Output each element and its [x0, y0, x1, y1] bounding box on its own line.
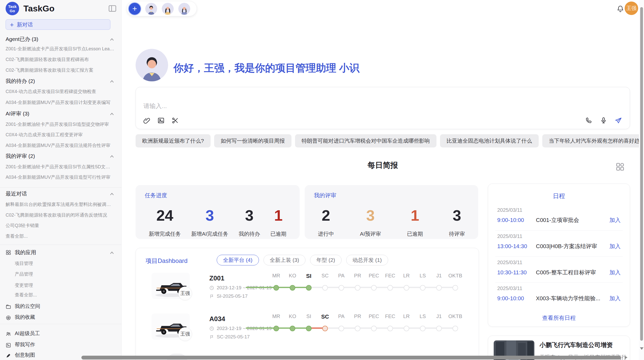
- sidebar-item[interactable]: C0X4-动力总成开发项目SI里程碑提交物检查: [6, 87, 116, 96]
- suggestion-chip[interactable]: 当下年轻人对汽车外观有怎样的喜好趋势: [542, 134, 644, 147]
- logo-line1: Task: [8, 4, 17, 9]
- milestone-track: MR KO SI SC PA PR PEC FEC LR LS J1 OKTB: [268, 273, 469, 293]
- section-header-agent-done[interactable]: Agent已办 (3): [6, 35, 116, 43]
- sidebar-item[interactable]: Z001-全新燃油皮卡产品开发项目SI节点Lesson Learn报告: [6, 44, 116, 53]
- section-title: Agent已办 (3): [6, 36, 38, 42]
- section-header-my-review[interactable]: 我的评审 (2): [6, 152, 116, 160]
- view-all-chats[interactable]: 查看全部...: [6, 232, 116, 241]
- sidebar-item[interactable]: C0X4-动力总成开发项目工程变更评审: [6, 130, 116, 139]
- chevron-up-icon: [109, 111, 114, 116]
- sidebar-item[interactable]: A034-全新新能源MUV产品开发项目法规符合性评审: [6, 141, 116, 150]
- layout-grid-icon[interactable]: [616, 162, 625, 171]
- section-header-ai-review[interactable]: AI评审 (3): [6, 110, 116, 117]
- stat-value: 3: [239, 208, 260, 223]
- milestone-dot-overdue: [322, 326, 328, 331]
- user-avatar[interactable]: 王强: [625, 2, 638, 15]
- daily-briefing-title: 每日简报: [136, 160, 630, 171]
- milestone-label: LR: [403, 273, 410, 279]
- sidebar-item-favorites[interactable]: 我的收藏: [6, 312, 116, 322]
- flag-icon: [209, 335, 214, 339]
- join-link[interactable]: 加入: [609, 243, 621, 250]
- milestone-dot: [404, 326, 409, 331]
- tab-new-platform[interactable]: 全新平台 (4): [217, 255, 259, 265]
- send-icon[interactable]: [614, 117, 622, 124]
- milestone-label: MR: [272, 313, 280, 320]
- suggestion-chip[interactable]: 欧洲新规最近颁布了什么?: [136, 134, 211, 147]
- app-window: Task Go TaskGo + 新对话 Agent已办 (3) Z001-全新…: [0, 0, 644, 360]
- section-header-my-todo[interactable]: 我的待办 (2): [6, 77, 116, 85]
- sidebar-item-ai-super-staff[interactable]: AI超级员工: [6, 329, 116, 338]
- add-agent-button[interactable]: +: [129, 3, 141, 15]
- horizontal-scrollbar-thumb[interactable]: [81, 356, 621, 359]
- sidebar-item-label: 我的云空间: [15, 302, 40, 311]
- scissors-icon[interactable]: [171, 117, 179, 124]
- stat-label: AI预评审: [360, 230, 381, 237]
- sidebar-item[interactable]: C02-飞腾新能源轻客改款项目的闭环通告反馈情况: [6, 211, 116, 220]
- milestone-cells: MR KO SI SC PA PR PEC FEC LR LS J1 OKTB: [268, 273, 463, 291]
- join-link[interactable]: 加入: [609, 216, 621, 224]
- schedule-item: 9:00-10:00 C001-立项审批会 加入: [497, 216, 621, 224]
- sidebar-item-label: 我的收藏: [15, 312, 35, 322]
- new-chat-button[interactable]: + 新对话: [6, 19, 110, 30]
- attachment-icon[interactable]: [143, 117, 151, 124]
- view-all-schedule-link[interactable]: 查看所有日程: [488, 314, 630, 322]
- divider: [0, 245, 122, 245]
- scroll-right-arrow-icon[interactable]: [625, 356, 627, 359]
- schedule-title: 日程: [488, 192, 630, 200]
- tab-year-model[interactable]: 年型 (2): [310, 255, 342, 265]
- stat-label: 已逾期: [270, 230, 286, 237]
- vertical-scrollbar-thumb[interactable]: [640, 7, 643, 341]
- project-owner-badge: 王强: [178, 287, 192, 300]
- milestone: LR: [398, 313, 415, 331]
- stat-value: 3: [191, 208, 228, 223]
- agent-avatar-1[interactable]: [145, 3, 157, 15]
- image-icon[interactable]: [157, 117, 165, 124]
- card-title: 我的评审: [314, 192, 336, 199]
- sidebar-item-cloud-space[interactable]: 我的云空间: [6, 302, 116, 311]
- section-header-my-apps[interactable]: 我的应用: [6, 249, 116, 256]
- sidebar-item[interactable]: A034-全新新能源MUV产品开发项目计划变更表编写: [6, 98, 116, 107]
- divider: [0, 324, 122, 324]
- phone-call-icon[interactable]: [585, 117, 593, 124]
- tab-powertrain[interactable]: 动总开发 (1): [346, 255, 388, 265]
- app-item-project-mgmt[interactable]: 项目管理: [15, 259, 116, 268]
- view-all-apps[interactable]: 查看全部...: [15, 290, 116, 299]
- milestone-label-current: SC: [321, 313, 329, 320]
- suggestion-chip[interactable]: 如何写一份清晰的项目周报: [214, 134, 291, 147]
- milestone-dot: [452, 326, 458, 331]
- schedule-item: 9:00-10:00 X003-车辆动力学性能验... 加入: [497, 295, 621, 302]
- sidebar-item[interactable]: 公司Q3轻卡销量: [6, 221, 116, 230]
- dashboard-tabs: 全新平台 (4) 全新上装 (3) 年型 (2) 动总开发 (1): [217, 255, 388, 265]
- join-link[interactable]: 加入: [609, 269, 621, 276]
- milestone-label: PEC: [369, 313, 379, 320]
- milestone: FEC: [382, 313, 398, 331]
- sidebar-item[interactable]: 解释最新出台的欧盟报废车法规再生塑料比例被调至15%...: [6, 200, 116, 209]
- chat-input-card[interactable]: 请输入...: [136, 87, 630, 129]
- milestone-dot: [387, 326, 393, 331]
- sidebar-item-help-me-write[interactable]: 帮我写作: [6, 340, 116, 349]
- join-link[interactable]: 加入: [609, 295, 621, 302]
- suggestion-chip[interactable]: 特朗普可能对进口汽车增税会对中国车企造成哪些影响: [295, 134, 436, 147]
- agent-avatar-2[interactable]: [162, 3, 174, 15]
- assistant-avatar: [136, 49, 168, 81]
- sidebar-item[interactable]: Z001-全新燃油轻卡产品开发项目SI节点属性5D文件评审: [6, 162, 116, 171]
- people-icon: [6, 331, 11, 336]
- app-item-change-mgmt[interactable]: 变更管理: [15, 281, 116, 290]
- section-header-recent-chats[interactable]: 最近对话: [6, 190, 116, 198]
- suggestion-chip[interactable]: 比亚迪全固态电池计划具体说了什么: [440, 134, 539, 147]
- sidebar-item[interactable]: C02-飞腾新能源轻客改款项目里程碑画布: [6, 55, 116, 64]
- schedule-date: 2025/03/11: [497, 233, 522, 239]
- notification-bell-icon[interactable]: [617, 5, 624, 13]
- sidebar-item[interactable]: A034-全新新能源MUV产品开发项目造型可行性评审: [6, 173, 116, 182]
- sidebar-collapse-icon[interactable]: [108, 5, 116, 12]
- microphone-icon[interactable]: [600, 117, 607, 124]
- stat-label: 我的待办: [239, 230, 260, 237]
- agent-avatar-3[interactable]: [178, 3, 190, 15]
- sidebar-item[interactable]: Z001-全新燃油轻卡产品开发项目SI造型提交物评审: [6, 120, 116, 129]
- divider: [0, 187, 122, 188]
- app-item-product-mgmt[interactable]: 产品管理: [15, 269, 116, 279]
- milestone: LR: [398, 273, 415, 291]
- sidebar-item[interactable]: C02-飞腾新能源轻客改款项目立项汇报方案: [6, 66, 116, 75]
- tab-new-top[interactable]: 全新上装 (3): [264, 255, 306, 265]
- scroll-down-arrow-icon[interactable]: [640, 347, 643, 350]
